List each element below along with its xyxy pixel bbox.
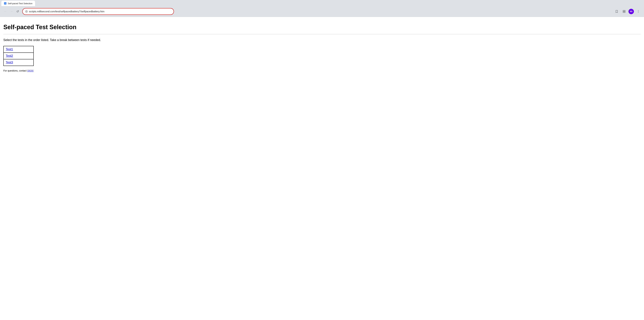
table-row: Test3	[4, 59, 34, 66]
page-content: Self-paced Test Selection Select the tes…	[0, 17, 644, 320]
test-table: Test1Test2Test3	[3, 46, 34, 66]
table-row: Test1	[4, 46, 34, 53]
menu-button[interactable]	[635, 9, 641, 15]
svg-point-7	[638, 10, 638, 11]
contact-link[interactable]: XXXX	[27, 69, 34, 72]
active-tab[interactable]: S Self-paced Test Selection	[1, 1, 35, 6]
contact-prefix: For questions, contact	[3, 69, 27, 72]
svg-point-9	[638, 12, 638, 13]
tab-title: Self-paced Test Selection	[8, 2, 32, 5]
avatar[interactable]: kb	[628, 9, 634, 14]
test-link-test1[interactable]: Test1	[6, 48, 13, 51]
svg-rect-3	[623, 10, 624, 11]
url-text: scripts.millisecond.com/test/selfpacedba…	[29, 10, 171, 13]
contact-text: For questions, contact XXXX	[3, 69, 641, 72]
browser-chrome: ← → ↺ scripts.millisecond.com/test/selfp…	[0, 6, 644, 17]
tab-bar: S Self-paced Test Selection	[0, 0, 644, 6]
test-cell-test2: Test2	[4, 53, 34, 59]
svg-rect-5	[623, 12, 624, 13]
nav-buttons: ← → ↺	[3, 9, 20, 14]
tab-favicon: S	[4, 2, 6, 5]
page-divider	[3, 34, 641, 34]
extensions-button[interactable]	[621, 9, 627, 15]
back-button[interactable]: ←	[3, 9, 8, 14]
page-title: Self-paced Test Selection	[3, 24, 641, 31]
test-cell-test1: Test1	[4, 46, 34, 53]
table-row: Test2	[4, 53, 34, 59]
page-instruction: Select the tests in the order listed. Ta…	[3, 38, 641, 42]
security-icon	[25, 10, 28, 13]
address-bar[interactable]: scripts.millisecond.com/test/selfpacedba…	[22, 8, 174, 15]
svg-rect-4	[624, 10, 625, 11]
forward-button[interactable]: →	[9, 9, 14, 14]
browser-actions: kb	[614, 9, 641, 15]
test-cell-test3: Test3	[4, 59, 34, 66]
bookmark-button[interactable]	[614, 9, 620, 15]
svg-rect-6	[624, 12, 625, 13]
test-link-test2[interactable]: Test2	[6, 54, 13, 58]
svg-point-8	[638, 11, 638, 12]
test-link-test3[interactable]: Test3	[6, 61, 13, 64]
reload-button[interactable]: ↺	[15, 9, 20, 14]
